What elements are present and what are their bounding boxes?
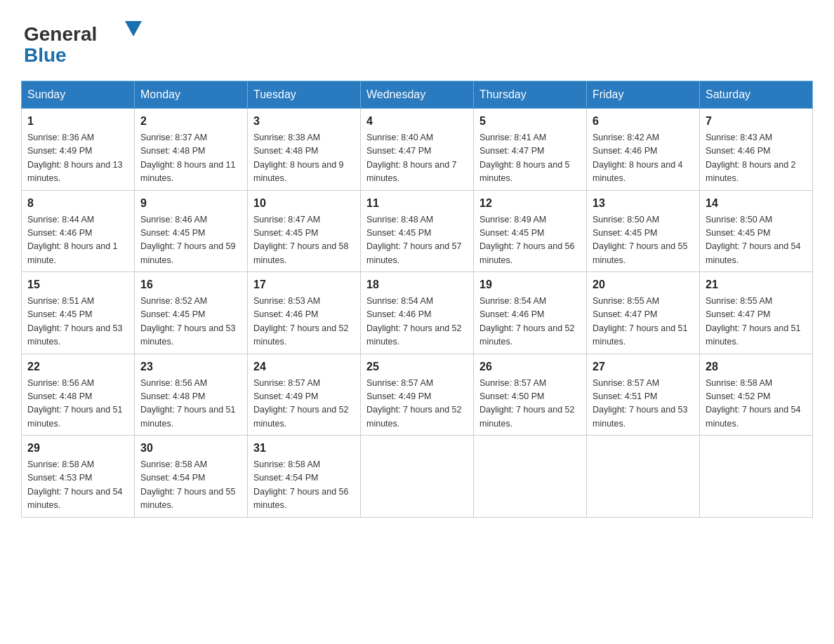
calendar-table: SundayMondayTuesdayWednesdayThursdayFrid… — [21, 81, 813, 518]
calendar-cell: 27Sunrise: 8:57 AMSunset: 4:51 PMDayligh… — [587, 354, 700, 436]
weekday-header-thursday: Thursday — [474, 81, 587, 109]
calendar-cell: 19Sunrise: 8:54 AMSunset: 4:46 PMDayligh… — [474, 272, 587, 354]
day-number: 7 — [706, 113, 807, 130]
calendar-cell: 2Sunrise: 8:37 AMSunset: 4:48 PMDaylight… — [135, 109, 248, 191]
day-info: Sunrise: 8:54 AMSunset: 4:46 PMDaylight:… — [366, 295, 468, 349]
calendar-cell: 21Sunrise: 8:55 AMSunset: 4:47 PMDayligh… — [700, 272, 813, 354]
day-info: Sunrise: 8:58 AMSunset: 4:53 PMDaylight:… — [27, 458, 128, 513]
calendar-cell: 7Sunrise: 8:43 AMSunset: 4:46 PMDaylight… — [700, 109, 813, 191]
calendar-cell: 10Sunrise: 8:47 AMSunset: 4:45 PMDayligh… — [248, 190, 361, 272]
calendar-cell: 4Sunrise: 8:40 AMSunset: 4:47 PMDaylight… — [361, 109, 474, 191]
weekday-header-sunday: Sunday — [22, 81, 135, 109]
svg-marker-1 — [125, 21, 142, 36]
day-number: 28 — [706, 358, 807, 375]
day-number: 13 — [593, 195, 694, 212]
day-number: 22 — [27, 358, 128, 375]
logo-svg: General Blue — [21, 14, 154, 67]
day-number: 23 — [140, 358, 241, 375]
day-info: Sunrise: 8:54 AMSunset: 4:46 PMDaylight:… — [479, 295, 581, 349]
day-number: 4 — [366, 113, 468, 130]
calendar-cell: 1Sunrise: 8:36 AMSunset: 4:49 PMDaylight… — [22, 109, 135, 191]
day-number: 9 — [140, 195, 241, 212]
day-number: 19 — [479, 276, 581, 293]
day-info: Sunrise: 8:44 AMSunset: 4:46 PMDaylight:… — [27, 213, 128, 268]
day-info: Sunrise: 8:55 AMSunset: 4:47 PMDaylight:… — [593, 295, 694, 349]
day-info: Sunrise: 8:57 AMSunset: 4:49 PMDaylight:… — [366, 377, 468, 431]
calendar-cell: 12Sunrise: 8:49 AMSunset: 4:45 PMDayligh… — [474, 190, 587, 272]
weekday-header-friday: Friday — [587, 81, 700, 109]
day-number: 18 — [366, 276, 468, 293]
calendar-cell: 8Sunrise: 8:44 AMSunset: 4:46 PMDaylight… — [22, 190, 135, 272]
calendar-cell — [474, 436, 587, 518]
day-info: Sunrise: 8:50 AMSunset: 4:45 PMDaylight:… — [706, 213, 807, 268]
calendar-cell: 5Sunrise: 8:41 AMSunset: 4:47 PMDaylight… — [474, 109, 587, 191]
day-number: 14 — [706, 195, 807, 212]
day-number: 5 — [479, 113, 581, 130]
weekday-header-monday: Monday — [135, 81, 248, 109]
day-number: 21 — [706, 276, 807, 293]
page-header: General Blue — [21, 14, 813, 67]
day-info: Sunrise: 8:57 AMSunset: 4:50 PMDaylight:… — [479, 377, 581, 431]
calendar-cell — [587, 436, 700, 518]
day-info: Sunrise: 8:56 AMSunset: 4:48 PMDaylight:… — [140, 377, 241, 431]
calendar-cell: 24Sunrise: 8:57 AMSunset: 4:49 PMDayligh… — [248, 354, 361, 436]
day-number: 26 — [479, 358, 581, 375]
day-info: Sunrise: 8:50 AMSunset: 4:45 PMDaylight:… — [593, 213, 694, 268]
day-info: Sunrise: 8:49 AMSunset: 4:45 PMDaylight:… — [479, 213, 581, 268]
day-info: Sunrise: 8:52 AMSunset: 4:45 PMDaylight:… — [140, 295, 241, 349]
calendar-cell: 15Sunrise: 8:51 AMSunset: 4:45 PMDayligh… — [22, 272, 135, 354]
calendar-cell: 18Sunrise: 8:54 AMSunset: 4:46 PMDayligh… — [361, 272, 474, 354]
calendar-cell: 6Sunrise: 8:42 AMSunset: 4:46 PMDaylight… — [587, 109, 700, 191]
day-info: Sunrise: 8:36 AMSunset: 4:49 PMDaylight:… — [27, 131, 128, 186]
calendar-cell: 9Sunrise: 8:46 AMSunset: 4:45 PMDaylight… — [135, 190, 248, 272]
calendar-cell — [361, 436, 474, 518]
day-number: 20 — [593, 276, 694, 293]
day-number: 2 — [140, 113, 241, 130]
day-info: Sunrise: 8:58 AMSunset: 4:54 PMDaylight:… — [253, 458, 355, 513]
calendar-cell: 29Sunrise: 8:58 AMSunset: 4:53 PMDayligh… — [22, 436, 135, 518]
day-info: Sunrise: 8:40 AMSunset: 4:47 PMDaylight:… — [366, 131, 468, 186]
calendar-cell: 14Sunrise: 8:50 AMSunset: 4:45 PMDayligh… — [700, 190, 813, 272]
calendar-cell: 31Sunrise: 8:58 AMSunset: 4:54 PMDayligh… — [248, 436, 361, 518]
day-number: 17 — [253, 276, 355, 293]
day-info: Sunrise: 8:55 AMSunset: 4:47 PMDaylight:… — [706, 295, 807, 349]
calendar-cell — [700, 436, 813, 518]
calendar-cell: 17Sunrise: 8:53 AMSunset: 4:46 PMDayligh… — [248, 272, 361, 354]
logo: General Blue — [21, 14, 154, 67]
weekday-header-wednesday: Wednesday — [361, 81, 474, 109]
day-number: 11 — [366, 195, 468, 212]
day-info: Sunrise: 8:53 AMSunset: 4:46 PMDaylight:… — [253, 295, 355, 349]
day-number: 16 — [140, 276, 241, 293]
svg-text:Blue: Blue — [24, 44, 67, 66]
day-info: Sunrise: 8:47 AMSunset: 4:45 PMDaylight:… — [253, 213, 355, 268]
day-number: 3 — [253, 113, 355, 130]
calendar-cell: 28Sunrise: 8:58 AMSunset: 4:52 PMDayligh… — [700, 354, 813, 436]
day-number: 10 — [253, 195, 355, 212]
weekday-header-row: SundayMondayTuesdayWednesdayThursdayFrid… — [22, 81, 813, 109]
weekday-header-tuesday: Tuesday — [248, 81, 361, 109]
day-info: Sunrise: 8:58 AMSunset: 4:52 PMDaylight:… — [706, 377, 807, 431]
calendar-cell: 25Sunrise: 8:57 AMSunset: 4:49 PMDayligh… — [361, 354, 474, 436]
day-number: 8 — [27, 195, 128, 212]
day-info: Sunrise: 8:51 AMSunset: 4:45 PMDaylight:… — [27, 295, 128, 349]
day-number: 27 — [593, 358, 694, 375]
day-info: Sunrise: 8:48 AMSunset: 4:45 PMDaylight:… — [366, 213, 468, 268]
calendar-cell: 22Sunrise: 8:56 AMSunset: 4:48 PMDayligh… — [22, 354, 135, 436]
day-number: 15 — [27, 276, 128, 293]
day-number: 1 — [27, 113, 128, 130]
calendar-week-2: 8Sunrise: 8:44 AMSunset: 4:46 PMDaylight… — [22, 190, 813, 272]
day-number: 24 — [253, 358, 355, 375]
calendar-cell: 26Sunrise: 8:57 AMSunset: 4:50 PMDayligh… — [474, 354, 587, 436]
calendar-cell: 3Sunrise: 8:38 AMSunset: 4:48 PMDaylight… — [248, 109, 361, 191]
day-number: 29 — [27, 440, 128, 457]
calendar-week-3: 15Sunrise: 8:51 AMSunset: 4:45 PMDayligh… — [22, 272, 813, 354]
day-info: Sunrise: 8:43 AMSunset: 4:46 PMDaylight:… — [706, 131, 807, 186]
day-info: Sunrise: 8:57 AMSunset: 4:49 PMDaylight:… — [253, 377, 355, 431]
day-info: Sunrise: 8:41 AMSunset: 4:47 PMDaylight:… — [479, 131, 581, 186]
day-number: 12 — [479, 195, 581, 212]
calendar-week-5: 29Sunrise: 8:58 AMSunset: 4:53 PMDayligh… — [22, 436, 813, 518]
day-info: Sunrise: 8:42 AMSunset: 4:46 PMDaylight:… — [593, 131, 694, 186]
svg-text:General: General — [24, 23, 97, 45]
day-info: Sunrise: 8:57 AMSunset: 4:51 PMDaylight:… — [593, 377, 694, 431]
day-number: 6 — [593, 113, 694, 130]
